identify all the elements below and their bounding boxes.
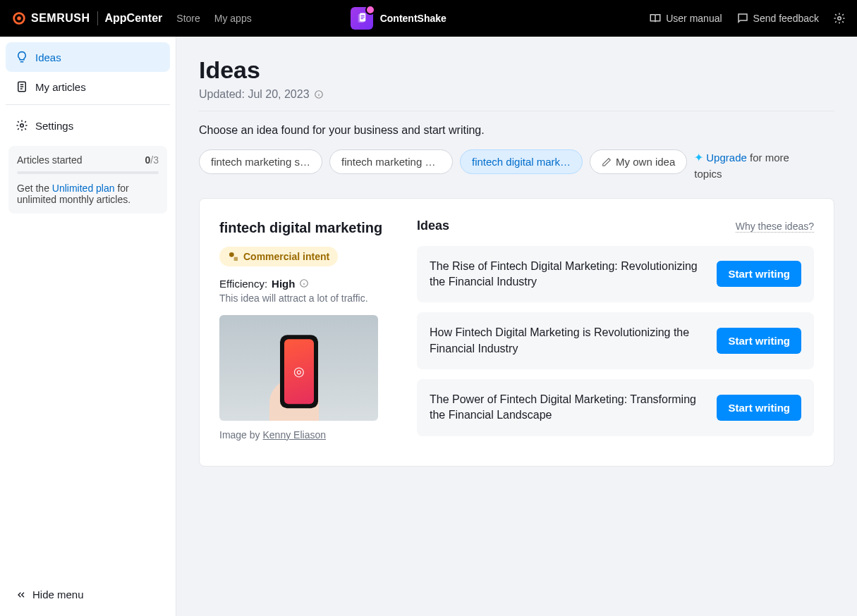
semrush-logo[interactable]: SEMRUSH [11,11,90,26]
start-writing-button[interactable]: Start writing [717,328,801,354]
page-title: Ideas [199,56,834,84]
book-icon [649,12,662,25]
topic-pill-2[interactable]: fintech digital mark… [460,149,583,174]
svg-rect-4 [360,17,364,18]
sidebar-settings-label: Settings [35,120,73,132]
sidebar-item-articles[interactable]: My articles [6,72,170,101]
idea-text: The Rise of Fintech Digital Marketing: R… [430,259,705,290]
info-icon[interactable] [299,278,309,288]
image-credit: Image by Kenny Eliason [219,429,389,441]
appcenter-label[interactable]: AppCenter [105,12,163,25]
topic-thumbnail: ◎ [219,315,378,421]
svg-point-10 [229,252,234,257]
nav-store[interactable]: Store [176,13,200,24]
document-icon [16,80,28,93]
current-app: ContentShake [351,7,446,30]
topic-pill-1[interactable]: fintech marketing age… [329,149,453,174]
contentshake-icon [351,7,373,30]
intent-text: Commercial intent [243,251,329,262]
subtitle: Choose an idea found for your business a… [199,124,834,137]
pencil-icon [602,157,612,167]
ideas-heading: Ideas [417,218,449,233]
send-feedback-link[interactable]: Send feedback [736,12,819,25]
brand-text: SEMRUSH [31,12,90,25]
idea-text: How Fintech Digital Marketing is Revolut… [430,325,705,357]
efficiency-value: High [272,278,295,290]
gear-icon [833,12,846,25]
settings-gear[interactable] [833,12,846,25]
brand-separator [97,11,98,25]
sidebar-ideas-label: Ideas [35,51,61,63]
updated-line: Updated: Jul 20, 2023 [199,88,834,101]
start-writing-button[interactable]: Start writing [717,395,801,421]
sidebar-item-ideas[interactable]: Ideas [6,42,170,72]
flame-icon [11,11,27,26]
card-right: Ideas Why these ideas? The Rise of Finte… [417,218,814,446]
image-author-link[interactable]: Kenny Eliason [262,429,326,441]
quota-bar [17,171,159,174]
efficiency-label: Efficiency: [219,278,267,290]
user-manual-link[interactable]: User manual [649,12,722,25]
divider [199,111,834,111]
unlimited-plan-link[interactable]: Unlimited plan [52,183,115,194]
idea-row: The Rise of Fintech Digital Marketing: R… [417,246,814,303]
intent-badge: Commercial intent [219,247,338,266]
user-manual-text: User manual [666,13,722,24]
info-icon[interactable] [314,90,324,99]
updated-text: Updated: Jul 20, 2023 [199,88,310,101]
svg-point-6 [838,17,841,20]
idea-text: The Power of Fintech Digital Marketing: … [430,392,705,424]
quota-count: 0/3 [145,154,159,166]
quota-label: Articles started [17,154,83,166]
efficiency-row: Efficiency: High [219,278,389,290]
own-idea-pill[interactable]: My own idea [590,149,687,174]
topic-pills: fintech marketing str… fintech marketing… [199,149,834,183]
own-idea-label: My own idea [616,156,675,168]
gear-icon [16,119,28,132]
card-left: fintech digital marketing Commercial int… [219,218,389,446]
quota-text: Get the Unlimited plan for unlimited mon… [17,183,159,205]
sidebar: Ideas My articles Settings Articles star… [0,37,176,616]
hide-menu-label: Hide menu [32,589,84,600]
upgrade-link[interactable]: Upgrade [706,152,747,164]
bulb-icon [16,51,28,63]
svg-point-0 [17,16,21,20]
chevrons-left-icon [16,589,27,600]
app-name: ContentShake [380,13,446,24]
send-feedback-text: Send feedback [753,13,819,24]
idea-row: The Power of Fintech Digital Marketing: … [417,379,814,436]
intent-icon [228,251,239,262]
upgrade-callout: ✦Upgrade for more topics [694,149,800,183]
start-writing-button[interactable]: Start writing [717,261,801,287]
sparkle-icon: ✦ [694,152,703,164]
why-these-ideas-link[interactable]: Why these ideas? [736,221,814,233]
topic-title: fintech digital marketing [219,218,389,237]
sidebar-item-settings[interactable]: Settings [6,111,170,140]
efficiency-desc: This idea will attract a lot of traffic. [219,292,389,304]
idea-row: How Fintech Digital Marketing is Revolut… [417,312,814,369]
svg-point-8 [20,124,24,128]
sidebar-divider [6,104,170,105]
svg-rect-3 [360,16,364,16]
brand-block: SEMRUSH AppCenter [11,11,162,26]
chat-icon [736,12,749,25]
hide-menu-button[interactable]: Hide menu [6,579,170,610]
svg-rect-5 [360,18,363,19]
idea-card: fintech digital marketing Commercial int… [199,198,834,467]
sidebar-articles-label: My articles [35,81,86,93]
quota-box: Articles started 0/3 Get the Unlimited p… [8,146,167,214]
topic-pill-0[interactable]: fintech marketing str… [199,149,322,174]
main-content: Ideas Updated: Jul 20, 2023 Choose an id… [176,37,857,616]
nav-myapps[interactable]: My apps [214,13,252,24]
top-bar: SEMRUSH AppCenter Store My apps ContentS… [0,0,857,37]
